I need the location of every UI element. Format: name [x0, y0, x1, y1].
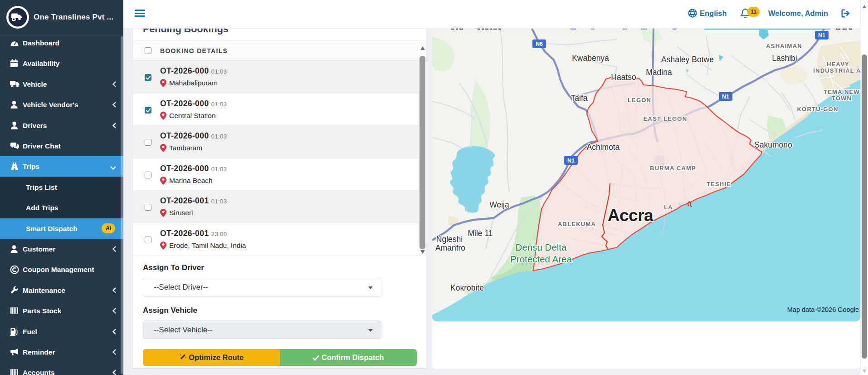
svg-text:TOWN: TOWN — [832, 95, 852, 102]
svg-text:ABLEKUMA: ABLEKUMA — [558, 221, 596, 227]
svg-text:Sakumono: Sakumono — [754, 140, 792, 149]
svg-text:N6: N6 — [536, 41, 543, 47]
svg-text:Haatso: Haatso — [611, 73, 636, 82]
svg-text:LA: LA — [664, 204, 673, 211]
svg-text:N1: N1 — [567, 158, 575, 164]
svg-text:Lashibi: Lashibi — [772, 54, 797, 63]
svg-text:TEMA NEW: TEMA NEW — [824, 89, 860, 95]
svg-text:Ashaley Botwe: Ashaley Botwe — [661, 55, 714, 64]
svg-text:INDUSTRIAL A: INDUSTRIAL A — [813, 67, 860, 74]
svg-text:Densu Delta: Densu Delta — [516, 242, 567, 252]
svg-text:Map data ©2026 Google: Map data ©2026 Google — [787, 306, 859, 313]
svg-text:N1: N1 — [818, 32, 825, 39]
svg-text:Kwabenya: Kwabenya — [572, 54, 609, 63]
svg-text:BURMA CAMP: BURMA CAMP — [650, 165, 696, 172]
svg-text:Amanfro: Amanfro — [435, 243, 465, 252]
svg-text:Achimota: Achimota — [587, 143, 620, 152]
svg-text:N1: N1 — [722, 94, 729, 100]
svg-text:TESHIE: TESHIE — [707, 181, 731, 188]
svg-text:Ngleshi: Ngleshi — [436, 235, 463, 244]
svg-text:Weija: Weija — [489, 200, 509, 209]
svg-text:HEAVY: HEAVY — [827, 61, 849, 68]
svg-text:KORTU-GON: KORTU-GON — [797, 106, 839, 113]
svg-text:LEGON: LEGON — [628, 97, 651, 104]
svg-text:Accra: Accra — [608, 206, 653, 225]
svg-text:ASHAIMAN: ASHAIMAN — [766, 43, 802, 49]
svg-text:Kokrobite: Kokrobite — [450, 283, 484, 292]
svg-text:EAST LEGON: EAST LEGON — [644, 115, 688, 122]
svg-text:Taifa: Taifa — [571, 94, 588, 103]
svg-text:Mile 11: Mile 11 — [468, 229, 493, 238]
svg-text:Madina: Madina — [646, 68, 672, 77]
svg-text:Protected Area: Protected Area — [510, 254, 572, 264]
